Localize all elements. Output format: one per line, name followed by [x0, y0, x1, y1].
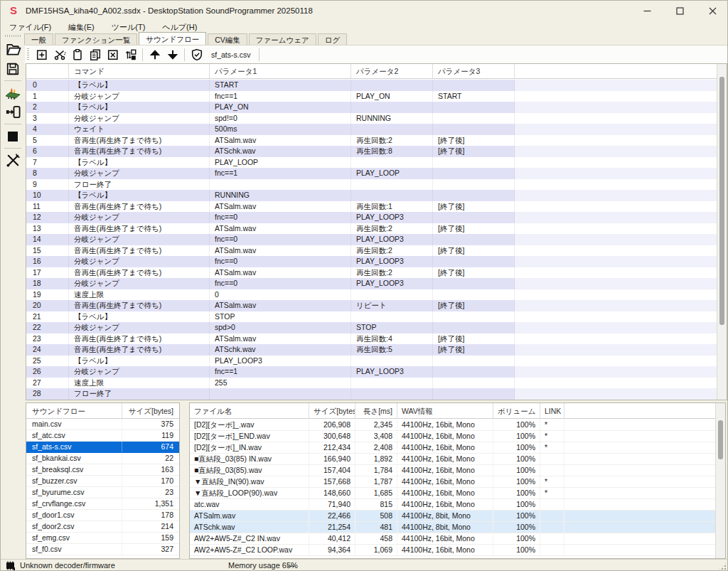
cell-param3	[433, 356, 515, 367]
wav-table-row[interactable]: ATSchk.wav 21,254 481 44100Hz, 8bit, Mon…	[190, 522, 715, 533]
toolbar-grip[interactable]	[27, 48, 29, 61]
flow-list-item[interactable]: sf_buzzer.csv 170	[26, 476, 179, 487]
wav-table-scrollbar[interactable]	[715, 403, 725, 558]
tab[interactable]: 一般	[24, 33, 53, 45]
tab[interactable]: ログ	[318, 33, 348, 45]
flow-table-row[interactable]: 15 音再生(再生終了まで待ち) ATSalm.wav 再生回数:2 [終了後]	[26, 245, 717, 257]
flow-table-row[interactable]: 18 分岐ジャンプ fnc==0 PLAY_LOOP3	[26, 278, 717, 289]
resize-grip[interactable]	[718, 562, 727, 571]
flow-table-row[interactable]: 14 分岐ジャンプ fnc==0 PLAY_LOOP3	[26, 234, 717, 245]
wav-table-row[interactable]: ▼直結段_IN(90).wav 157,668 1,787 44100Hz, 1…	[190, 476, 715, 488]
wav-table-row[interactable]: ATSalm.wav 22,466 508 44100Hz, 8bit, Mon…	[190, 511, 715, 522]
flow-list-item[interactable]: sf_byurume.csv 23	[26, 487, 179, 498]
flow-table-row[interactable]: 26 分岐ジャンプ fnc==1 PLAY_LOOP3	[26, 366, 717, 378]
flow-table-row[interactable]: 1 分岐ジャンプ fnc==1 PLAY_ON START	[26, 91, 717, 102]
decoder-write-button[interactable]	[1, 83, 25, 102]
menu-item[interactable]: ヘルプ(H)	[156, 21, 203, 33]
flow-table-row[interactable]: 10 【ラベル】 RUNNING	[26, 190, 717, 201]
wav-table-row[interactable]: AW2+AW5-Z#_C2 LOOP.wav 94,364 1,069 4410…	[190, 545, 715, 556]
column-header-filler	[564, 403, 715, 418]
flow-table-row[interactable]: 20 音再生(再生終了まで待ち) ATSalm.wav リピート [終了後]	[26, 300, 717, 311]
wav-table-row[interactable]: atc.wav 71,940 815 44100Hz, 16bit, Mono …	[190, 499, 715, 511]
flow-table-row[interactable]: 21 【ラベル】 STOP	[26, 311, 717, 323]
flow-list-item[interactable]: sf_door2.csv 214	[26, 521, 179, 533]
flow-table-row[interactable]: 3 分岐ジャンプ spd!=0 RUNNING	[26, 113, 717, 124]
wav-table-row[interactable]: [D2][ターボ]_IN.wav 212,434 2,408 44100Hz, …	[190, 442, 715, 454]
save-button[interactable]	[1, 59, 25, 78]
write-device-icon	[5, 104, 21, 120]
flow-table-row[interactable]: 0 【ラベル】 START	[26, 80, 717, 91]
row-index: 10	[26, 190, 69, 201]
flow-table-row[interactable]: 16 分岐ジャンプ fnc==0 PLAY_LOOP3	[26, 256, 717, 267]
cell-param1: fnc==1	[210, 91, 351, 102]
delete-button[interactable]	[104, 46, 122, 63]
column-header-length: 長さ[ms]	[355, 403, 397, 418]
close-button[interactable]	[696, 1, 728, 21]
flow-table-row[interactable]: 22 分岐ジャンプ spd>0 STOP	[26, 322, 717, 333]
flow-list-item[interactable]: sf_f0.csv 327	[26, 544, 179, 555]
wav-table-row[interactable]: AW2+AW5-Z#_C2 IN.wav 40,412 458 44100Hz,…	[190, 533, 715, 545]
tab[interactable]: ファンクション一覧	[55, 33, 137, 45]
flow-table-row[interactable]: 23 音再生(再生終了まで待ち) ATSalm.wav 再生回数:4 [終了後]	[26, 333, 717, 345]
flow-table-row[interactable]: 7 【ラベル】 PLAY_LOOP	[26, 157, 717, 169]
wav-table-row[interactable]: [D2][ターボ]_END.wav 300,648 3,408 44100Hz,…	[190, 431, 715, 442]
flow-list-item[interactable]: sf_atc.csv 119	[26, 430, 179, 442]
add-row-button[interactable]	[33, 46, 50, 63]
write-device-button[interactable]	[1, 102, 25, 122]
flow-table-row[interactable]: 25 【ラベル】 PLAY_LOOP3	[26, 356, 717, 367]
flow-table-row[interactable]: 19 速度上限 0	[26, 289, 717, 301]
tab[interactable]: サウンドフロー	[139, 32, 206, 45]
cell-param1: spd>0	[210, 322, 351, 333]
flow-list-item[interactable]: sf_breaksql.csv 163	[26, 464, 179, 476]
flow-table-row[interactable]: 2 【ラベル】 PLAY_ON	[26, 102, 717, 113]
move-up-button[interactable]	[146, 46, 164, 63]
flow-list-item[interactable]: sf_emg.csv 159	[26, 533, 179, 544]
flow-list-item[interactable]: sf_door1.csv 178	[26, 510, 179, 521]
menu-item[interactable]: ツール(T)	[106, 21, 151, 33]
toolbar-grip[interactable]	[5, 35, 21, 37]
flow-list-item[interactable]: main.csv 375	[26, 419, 179, 430]
flow-table-scrollbar[interactable]	[717, 64, 727, 400]
column-header-index	[26, 64, 69, 78]
scrollbar-thumb[interactable]	[719, 77, 724, 325]
flow-list-item[interactable]: sf_ats-s.csv 674	[26, 442, 179, 453]
flow-table-row[interactable]: 28 フロー終了	[26, 388, 717, 400]
flow-table-row[interactable]: 4 ウェイト 500ms	[26, 124, 717, 135]
swap-button[interactable]	[122, 46, 139, 63]
flow-list-item[interactable]: sf_bkankai.csv 22	[26, 453, 179, 464]
scrollbar-thumb[interactable]	[718, 420, 723, 459]
flow-table-row[interactable]: 24 音再生(再生終了まで待ち) ATSchk.wav 再生回数:5 [終了後]	[26, 344, 717, 356]
verify-button[interactable]	[188, 46, 205, 63]
tab[interactable]: ファームウェア	[249, 33, 316, 45]
tools-button[interactable]	[1, 151, 25, 170]
minimize-button[interactable]	[631, 1, 663, 21]
flow-table-row[interactable]: 11 音再生(再生終了まで待ち) ATSalm.wav 再生回数:1 [終了後]	[26, 201, 717, 213]
flow-table-row[interactable]: 13 音再生(再生終了まで待ち) ATSalm.wav 再生回数:2 [終了後]	[26, 223, 717, 235]
wav-table-row[interactable]: ■直結段_03(85) IN.wav 166,940 1,892 44100Hz…	[190, 454, 715, 465]
cell-param1: ATSalm.wav	[210, 135, 351, 146]
copy-button[interactable]	[86, 46, 104, 63]
wav-table-row[interactable]: ■直結段_03(85).wav 157,404 1,784 44100Hz, 1…	[190, 465, 715, 476]
flow-table-row[interactable]: 17 音再生(再生終了まで待ち) ATSalm.wav 再生回数:2 [終了後]	[26, 267, 717, 279]
tab[interactable]: CV編集	[208, 33, 247, 45]
move-down-button[interactable]	[164, 46, 181, 63]
wav-table-row[interactable]: ▼直結段_LOOP(90).wav 148,660 1,685 44100Hz,…	[190, 488, 715, 499]
flow-table-row[interactable]: 12 分岐ジャンプ fnc==0 PLAY_LOOP3	[26, 212, 717, 223]
flow-table-row[interactable]: 9 フロー終了	[26, 179, 717, 191]
paste-button[interactable]	[68, 46, 86, 63]
flow-list-item[interactable]: sf_crvflange.csv 1,351	[26, 498, 179, 510]
cell-command: 音再生(再生終了まで待ち)	[69, 300, 210, 311]
wav-link	[540, 454, 564, 464]
flow-table-row[interactable]: 6 音再生(再生終了まで待ち) ATSchk.wav 再生回数:8 [終了後]	[26, 146, 717, 157]
row-index: 28	[26, 388, 69, 400]
flow-table-row[interactable]: 5 音再生(再生終了まで待ち) ATSalm.wav 再生回数:2 [終了後]	[26, 135, 717, 146]
stop-button[interactable]	[1, 127, 25, 146]
cut-button[interactable]	[50, 46, 68, 63]
flow-table-row[interactable]: 8 分岐ジャンプ fnc==1 PLAY_LOOP	[26, 168, 717, 179]
open-folder-button[interactable]	[1, 40, 25, 59]
menu-item[interactable]: ファイル(F)	[4, 21, 57, 33]
wav-table-row[interactable]: [D2][ターボ]_.wav 206,908 2,345 44100Hz, 16…	[190, 420, 715, 431]
maximize-button[interactable]	[663, 1, 696, 21]
flow-table-row[interactable]: 27 速度上限 255	[26, 378, 717, 389]
menu-item[interactable]: 編集(E)	[63, 21, 100, 33]
